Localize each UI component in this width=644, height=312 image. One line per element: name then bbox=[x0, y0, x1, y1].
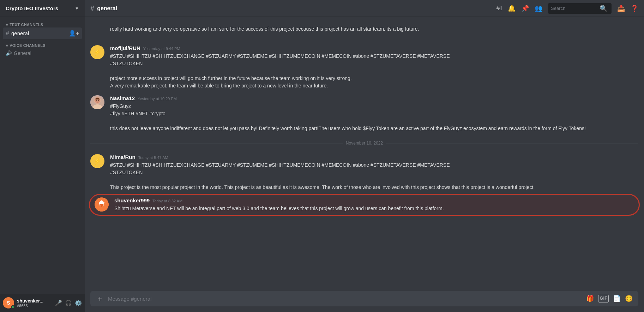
channel-item-general[interactable]: # general 👤+ bbox=[3, 27, 82, 39]
msg3-line1: #STZU #SHIHTZU #SHIHTZUEXCHANGE #STZUARM… bbox=[110, 162, 450, 168]
message-input[interactable] bbox=[108, 292, 582, 305]
username-shuvenker: shuvenker999 bbox=[114, 197, 150, 203]
message-header-shuvenker: shuvenker999 Today at 8:32 AM bbox=[114, 197, 634, 203]
timestamp-shuvenker: Today at 8:32 AM bbox=[152, 199, 182, 203]
voice-channels-label[interactable]: ∨ VOICE CHANNELS bbox=[3, 43, 82, 48]
message-content-nasima: Nasima12 Yesterday at 10:29 PM #FlyGuyz … bbox=[110, 95, 638, 132]
input-area: ＋ 🎁 GIF 📄 😊 bbox=[85, 291, 644, 312]
svg-point-8 bbox=[100, 201, 103, 203]
msg1-line1: #STZU #SHIHTZU #SHIHTZUEXCHANGE #STZUARM… bbox=[110, 53, 450, 59]
avatar-shuvenker bbox=[95, 197, 109, 212]
timestamp-nasima: Yesterday at 10:29 PM bbox=[138, 97, 177, 101]
message-text-mima: #STZU #SHIHTZU #SHIHTZUEXCHANGE #STZUARM… bbox=[110, 161, 638, 191]
message-group-top: really hard working and very co operativ… bbox=[90, 23, 638, 42]
mute-icon[interactable]: 🎤 bbox=[55, 300, 62, 306]
settings-icon[interactable]: ⚙️ bbox=[75, 300, 82, 306]
sticker-icon[interactable]: 📄 bbox=[613, 295, 621, 302]
gift-icon[interactable]: 🎁 bbox=[586, 295, 594, 302]
inbox-icon[interactable]: 📥 bbox=[617, 5, 625, 12]
msg2-line2: #flyy #ETH #NFT #crypto bbox=[110, 111, 165, 116]
msg4-line1: Shihtzu Metaverse and NFT will be an int… bbox=[114, 206, 444, 211]
message-content-mofijul: mofijul/RUN Yesterday at 9:44 PM #STZU #… bbox=[110, 45, 638, 90]
avatar-mofijul: ⚡ bbox=[90, 45, 104, 59]
topbar-channel-name: general bbox=[97, 5, 117, 12]
channel-name-label: general bbox=[11, 30, 29, 36]
message-group-shuvenker: shuvenker999 Today at 8:32 AM Shihtzu Me… bbox=[90, 196, 638, 214]
user-area: S shuvenker... #6653 🎤 🎧 ⚙️ bbox=[0, 294, 85, 312]
speaker-icon: 🔊 bbox=[6, 50, 12, 56]
date-divider-text: November 10, 2022 bbox=[346, 141, 383, 146]
msg2-line1: #FlyGuyz bbox=[110, 103, 131, 109]
help-icon[interactable]: ❓ bbox=[631, 5, 638, 12]
server-name: Crypto IEO Investors bbox=[6, 5, 58, 11]
input-action-icons: 🎁 GIF 📄 😊 bbox=[586, 295, 633, 302]
text-channels-title: TEXT CHANNELS bbox=[10, 23, 43, 27]
username-mofijul: mofijul/RUN bbox=[110, 45, 140, 51]
deafen-icon[interactable]: 🎧 bbox=[65, 300, 72, 306]
voice-channels-arrow: ∨ bbox=[6, 44, 8, 48]
message-content-top: really hard working and very co operativ… bbox=[110, 25, 638, 39]
msg1-line4: A very remarkable project, the team will… bbox=[110, 83, 328, 88]
timestamp-mofijul: Yesterday at 9:44 PM bbox=[143, 47, 180, 51]
gif-icon[interactable]: GIF bbox=[598, 295, 609, 302]
message-group-mofijul: ⚡ mofijul/RUN Yesterday at 9:44 PM #STZU… bbox=[90, 42, 638, 92]
threads-icon[interactable]: #⃣ bbox=[496, 5, 502, 12]
message-input-box: ＋ 🎁 GIF 📄 😊 bbox=[90, 291, 638, 306]
voice-channel-name: General bbox=[14, 50, 31, 56]
voice-channels-title: VOICE CHANNELS bbox=[10, 43, 45, 48]
user-info: shuvenker... #6653 bbox=[17, 298, 43, 308]
user-avatar: S bbox=[3, 297, 14, 308]
add-attachment-icon[interactable]: ＋ bbox=[96, 293, 104, 304]
username-nasima: Nasima12 bbox=[110, 95, 135, 101]
text-channels-label[interactable]: ∨ TEXT CHANNELS bbox=[3, 23, 82, 27]
svg-point-6 bbox=[98, 100, 99, 101]
topbar-icons: #⃣ 🔔 📌 👥 🔍 📥 ❓ bbox=[496, 3, 638, 14]
topbar-channel: # general bbox=[90, 4, 117, 12]
message-group-mima: ⚡ Mima/Run Today at 5:47 AM #STZU #SHIHT… bbox=[90, 151, 638, 194]
pin-icon[interactable]: 📌 bbox=[521, 5, 529, 12]
message-group-nasima: Nasima12 Yesterday at 10:29 PM #FlyGuyz … bbox=[90, 92, 638, 135]
highlighted-message-wrapper: shuvenker999 Today at 8:32 AM Shihtzu Me… bbox=[90, 194, 638, 216]
topbar: # general #⃣ 🔔 📌 👥 🔍 📥 ❓ bbox=[85, 0, 644, 17]
message-content-mima: Mima/Run Today at 5:47 AM #STZU #SHIHTZU… bbox=[110, 154, 638, 191]
user-tag: #6653 bbox=[17, 304, 43, 308]
sidebar: Crypto IEO Investors ▼ ∨ TEXT CHANNELS #… bbox=[0, 0, 85, 312]
message-text-mofijul: #STZU #SHIHTZU #SHIHTZUEXCHANGE #STZUARM… bbox=[110, 53, 638, 90]
date-divider: November 10, 2022 bbox=[90, 135, 638, 151]
timestamp-mima: Today at 5:47 AM bbox=[138, 155, 168, 160]
user-name: shuvenker... bbox=[17, 298, 43, 304]
msg2-line3: this does not leave anyone indifferent a… bbox=[110, 126, 586, 131]
topbar-hash-icon: # bbox=[90, 4, 94, 12]
message-text-shuvenker: Shihtzu Metaverse and NFT will be an int… bbox=[114, 205, 634, 212]
message-header-mima: Mima/Run Today at 5:47 AM bbox=[110, 154, 638, 160]
channel-hash-icon: # bbox=[6, 30, 9, 37]
message-header-mofijul: mofijul/RUN Yesterday at 9:44 PM bbox=[110, 45, 638, 51]
main-content: # general #⃣ 🔔 📌 👥 🔍 📥 ❓ really hard wor… bbox=[85, 0, 644, 312]
message-content-shuvenker: shuvenker999 Today at 8:32 AM Shihtzu Me… bbox=[114, 197, 634, 212]
user-controls: 🎤 🎧 ⚙️ bbox=[55, 300, 82, 306]
messages-area[interactable]: really hard working and very co operativ… bbox=[85, 17, 644, 291]
emoji-icon[interactable]: 😊 bbox=[625, 295, 633, 302]
notifications-icon[interactable]: 🔔 bbox=[508, 5, 516, 12]
text-channels-arrow: ∨ bbox=[6, 23, 8, 27]
voice-channels-section: ∨ VOICE CHANNELS 🔊 General bbox=[0, 41, 85, 60]
voice-channel-general[interactable]: 🔊 General bbox=[3, 48, 82, 58]
username-mima: Mima/Run bbox=[110, 154, 136, 160]
search-input[interactable] bbox=[551, 6, 597, 11]
message-text-top: really hard working and very co operativ… bbox=[110, 25, 638, 33]
text-channels-section: ∨ TEXT CHANNELS # general 👤+ bbox=[0, 17, 85, 41]
server-chevron: ▼ bbox=[75, 6, 79, 11]
svg-point-5 bbox=[96, 100, 97, 101]
avatar-mima: ⚡ bbox=[90, 154, 104, 168]
msg3-line3: This project is the most popular project… bbox=[110, 184, 533, 190]
members-icon[interactable]: 👥 bbox=[535, 5, 542, 12]
search-icon: 🔍 bbox=[600, 5, 607, 12]
add-member-icon[interactable]: 👤+ bbox=[69, 30, 79, 37]
online-indicator bbox=[11, 305, 14, 309]
message-text-nasima: #FlyGuyz #flyy #ETH #NFT #crypto this do… bbox=[110, 103, 638, 132]
msg1-line3: project more success in project will go … bbox=[110, 75, 352, 81]
server-header[interactable]: Crypto IEO Investors ▼ bbox=[0, 0, 85, 17]
avatar-nasima bbox=[90, 95, 104, 109]
msg3-line2: #STZUTOKEN bbox=[110, 170, 143, 175]
search-box[interactable]: 🔍 bbox=[548, 3, 612, 14]
